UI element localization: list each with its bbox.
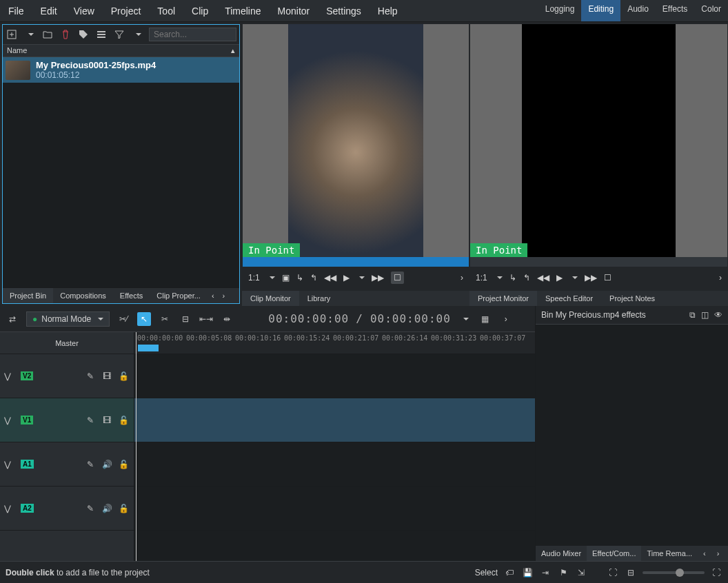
track-header-a1[interactable]: ⋁ A1 ✎ 🔊 🔓	[0, 442, 134, 487]
tab-audio-mixer[interactable]: Audio Mixer	[536, 546, 587, 561]
menu-view[interactable]: View	[65, 1, 103, 21]
proj-rewind-icon[interactable]: ◀◀	[537, 273, 549, 283]
zoom-slider[interactable]	[643, 571, 705, 574]
project-monitor-video[interactable]: In Point	[470, 24, 727, 257]
track-hide-icon[interactable]: 🎞	[101, 416, 113, 425]
clip-play-dropdown-icon[interactable]	[356, 275, 365, 280]
timeline-playhead[interactable]	[136, 332, 136, 561]
tab-project-notes[interactable]: Project Notes	[601, 291, 663, 306]
tab-nav-left-icon[interactable]: ‹	[698, 546, 711, 561]
visibility-icon[interactable]: 👁	[714, 310, 722, 320]
menu-tool[interactable]: Tool	[149, 1, 183, 21]
tab-nav-right-icon[interactable]: ›	[711, 546, 725, 561]
slip-tool-icon[interactable]: ⇤⇥	[199, 312, 213, 326]
track-effects-icon[interactable]: ✎	[84, 416, 97, 425]
proj-more-icon[interactable]: ›	[719, 273, 722, 283]
fullscreen-icon[interactable]: ⛶	[710, 568, 722, 577]
edit-mode-dropdown[interactable]: ● Normal Mode	[26, 311, 110, 327]
expand-icon[interactable]: ⋁	[4, 416, 17, 425]
timecode-position[interactable]: 00:00:00:00	[268, 312, 349, 325]
composition-tool-icon[interactable]: ✂∕	[117, 312, 130, 326]
menu-icon[interactable]	[95, 28, 108, 41]
clip-edit-mode-icon[interactable]: ☐	[391, 272, 404, 284]
bin-search-input[interactable]	[149, 28, 236, 41]
clip-monitor-scrubber[interactable]	[243, 257, 469, 267]
clip-play-icon[interactable]: ▶	[343, 273, 350, 283]
tab-effect-composition[interactable]: Effect/Com...	[587, 546, 641, 561]
workspace-editing[interactable]: Editing	[581, 0, 620, 21]
delete-clip-icon[interactable]	[59, 28, 72, 41]
track-header-v1[interactable]: ⋁ V1 ✎ 🎞 🔓	[0, 398, 134, 442]
menu-timeline[interactable]: Timeline	[216, 1, 269, 21]
track-mute-icon[interactable]: 🔊	[101, 460, 113, 469]
add-folder-icon[interactable]	[41, 28, 54, 41]
timeline-zone[interactable]	[138, 345, 159, 351]
track-config-icon[interactable]: ⇄	[6, 312, 19, 326]
add-clip-icon[interactable]	[6, 28, 18, 41]
tab-effects[interactable]: Effects	[113, 288, 150, 303]
tab-library[interactable]: Library	[299, 291, 339, 306]
timeline-tracks[interactable]: 00:00:00:00 00:00:05:08 00:00:10:16 00:0…	[134, 332, 535, 561]
proj-play-icon[interactable]: ▶	[556, 273, 563, 283]
workspace-color[interactable]: Color	[694, 0, 728, 21]
guide-icon[interactable]: ⇲	[575, 568, 587, 577]
clip-set-in-icon[interactable]: ↳	[296, 273, 303, 283]
marker-icon[interactable]: ⚑	[557, 568, 569, 577]
proj-play-dropdown-icon[interactable]	[569, 275, 578, 280]
save-status-icon[interactable]: 💾	[521, 568, 534, 577]
bin-column-header[interactable]: Name ▴	[3, 45, 239, 57]
tag-icon[interactable]	[77, 28, 90, 41]
timecode-dropdown-icon[interactable]	[458, 312, 472, 326]
track-header-v2[interactable]: ⋁ V2 ✎ 🎞 🔓	[0, 354, 134, 398]
menu-edit[interactable]: Edit	[32, 1, 65, 21]
track-row-a2[interactable]	[134, 487, 535, 531]
snap-icon[interactable]: ⇥	[539, 568, 552, 577]
proj-edit-mode-icon[interactable]: ☐	[604, 273, 611, 283]
mixer-icon[interactable]: ▦	[478, 312, 492, 326]
tab-time-remap[interactable]: Time Rema...	[641, 546, 698, 561]
clip-monitor-video[interactable]: In Point	[243, 24, 469, 257]
add-clip-dropdown-icon[interactable]	[23, 28, 36, 41]
menu-project[interactable]: Project	[103, 1, 150, 21]
expand-icon[interactable]: ⋁	[4, 371, 17, 381]
save-effect-icon[interactable]: ⧉	[689, 310, 696, 320]
proj-set-out-icon[interactable]: ↰	[523, 273, 530, 283]
bin-list[interactable]: My Precious0001-25fps.mp4 00:01:05:12	[3, 57, 239, 287]
expand-icon[interactable]: ⋁	[4, 460, 17, 469]
track-lock-icon[interactable]: 🔓	[117, 371, 130, 381]
clip-zoom-label[interactable]: 1:1	[248, 273, 260, 283]
sort-asc-icon[interactable]: ▴	[231, 46, 235, 55]
tab-speech-editor[interactable]: Speech Editor	[537, 291, 601, 306]
tab-compositions[interactable]: Compositions	[53, 288, 113, 303]
ripple-tool-icon[interactable]: ⇹	[220, 312, 234, 326]
proj-zoom-label[interactable]: 1:1	[476, 273, 487, 283]
track-row-v2[interactable]	[134, 354, 535, 398]
track-hide-icon[interactable]: 🎞	[101, 371, 113, 381]
tag-status-icon[interactable]: 🏷	[503, 568, 516, 577]
master-label[interactable]: Master	[0, 332, 134, 354]
razor-tool-icon[interactable]: ✂	[158, 312, 172, 326]
proj-zoom-dropdown-icon[interactable]	[494, 275, 503, 280]
tab-nav-right-icon[interactable]: ›	[219, 288, 230, 303]
timeline-more-icon[interactable]: ›	[499, 312, 513, 326]
track-lock-icon[interactable]: 🔓	[117, 504, 130, 513]
effects-body[interactable]	[536, 325, 728, 546]
menu-monitor[interactable]: Monitor	[270, 1, 318, 21]
clip-more-icon[interactable]: ›	[461, 273, 463, 283]
proj-forward-icon[interactable]: ▶▶	[585, 273, 597, 283]
track-mute-icon[interactable]: 🔊	[101, 504, 113, 513]
bin-item[interactable]: My Precious0001-25fps.mp4 00:01:05:12	[3, 57, 239, 83]
project-monitor-scrubber[interactable]	[470, 257, 727, 267]
track-lock-icon[interactable]: 🔓	[117, 460, 130, 469]
workspace-logging[interactable]: Logging	[538, 0, 582, 21]
timeline-ruler[interactable]: 00:00:00:00 00:00:05:08 00:00:10:16 00:0…	[134, 332, 535, 354]
tab-clip-properties[interactable]: Clip Proper...	[150, 288, 208, 303]
proj-set-in-icon[interactable]: ↳	[509, 273, 516, 283]
clip-fullscreen-icon[interactable]: ▣	[282, 273, 290, 283]
menu-settings[interactable]: Settings	[318, 1, 370, 21]
split-view-icon[interactable]: ◫	[701, 310, 709, 320]
expand-icon[interactable]: ⋁	[4, 504, 17, 513]
track-lock-icon[interactable]: 🔓	[117, 416, 130, 425]
zoom-handle[interactable]	[676, 569, 684, 577]
filter-icon[interactable]	[113, 28, 125, 41]
